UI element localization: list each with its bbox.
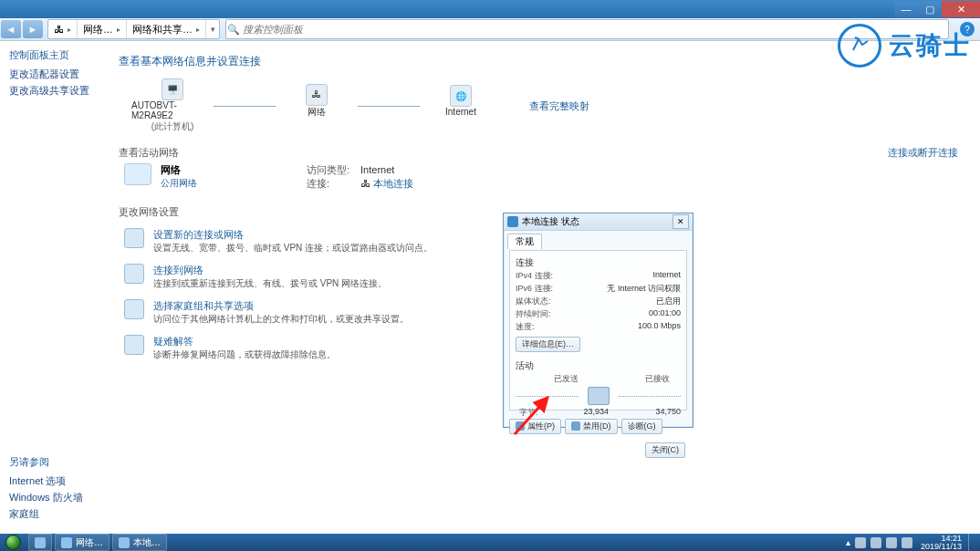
search-icon: 🔍 xyxy=(226,24,241,36)
task-desc: 连接到或重新连接到无线、有线、拨号或 VPN 网络连接。 xyxy=(153,277,387,290)
window-titlebar: — ▢ ✕ xyxy=(0,0,980,18)
troubleshoot-icon xyxy=(124,335,144,355)
tray-overflow-button[interactable]: ▴ xyxy=(846,537,850,547)
sidebar-link-adapter[interactable]: 更改适配器设置 xyxy=(9,68,109,81)
network-type-link[interactable]: 公用网络 xyxy=(161,178,197,188)
tray-icon[interactable] xyxy=(855,537,866,548)
connect-icon xyxy=(124,264,144,284)
breadcrumb-item-2[interactable]: 网络和共享…▸ xyxy=(127,20,206,38)
back-button[interactable]: ◄ xyxy=(1,20,21,38)
view-full-map-link[interactable]: 查看完整映射 xyxy=(529,99,589,113)
content-pane: 查看基本网络信息并设置连接 🖥️ AUTOBVT-M2RA9E2 (此计算机) … xyxy=(109,41,980,535)
connection-link[interactable]: 本地连接 xyxy=(373,178,413,189)
taskbar: 网络… 本地… ▴ 14:21 2019/11/13 xyxy=(0,534,980,551)
sidebar-header: 控制面板主页 xyxy=(9,48,109,62)
row-label: IPv6 连接: xyxy=(516,283,553,295)
dialog-title: 本地连接 状态 xyxy=(522,215,579,228)
breadcrumb-icon[interactable]: 🖧▸ xyxy=(48,20,78,38)
network-map: 🖥️ AUTOBVT-M2RA9E2 (此计算机) 🖧 网络 🌐 Interne… xyxy=(131,78,958,133)
bytes-sent-value: 23,934 xyxy=(584,407,610,419)
sidebar-link-internet-options[interactable]: Internet 选项 xyxy=(9,474,83,488)
system-tray: ▴ 14:21 2019/11/13 xyxy=(846,534,980,551)
adapter-icon: 🖧 xyxy=(360,178,370,189)
tab-general[interactable]: 常规 xyxy=(507,234,542,249)
taskbar-button-explorer[interactable] xyxy=(28,534,52,551)
network-icon xyxy=(124,163,151,185)
disable-button[interactable]: 禁用(D) xyxy=(565,419,618,434)
activity-bar xyxy=(516,396,579,397)
map-node-internet-label: Internet xyxy=(445,107,476,117)
dialog-close-button[interactable]: ✕ xyxy=(672,214,689,229)
properties-button[interactable]: 属性(P) xyxy=(509,419,561,434)
task-title: 疑难解答 xyxy=(153,335,336,348)
wizard-icon xyxy=(124,228,144,248)
minimize-button[interactable]: — xyxy=(894,1,918,17)
row-label: IPv4 连接: xyxy=(516,270,553,282)
row-value: 00:01:00 xyxy=(649,308,681,320)
map-node-computer[interactable]: 🖥️ AUTOBVT-M2RA9E2 (此计算机) xyxy=(131,78,214,133)
bytes-label: 字节: xyxy=(519,407,538,419)
adapter-icon xyxy=(119,537,130,548)
task-desc: 访问位于其他网络计算机上的文件和打印机，或更改共享设置。 xyxy=(153,313,409,326)
recv-header: 已接收 xyxy=(645,373,670,385)
map-node-computer-label: AUTOBVT-M2RA9E2 xyxy=(131,100,214,120)
sidebar-link-homegroup[interactable]: 家庭组 xyxy=(9,507,83,521)
maximize-button[interactable]: ▢ xyxy=(918,1,942,17)
connection-label: 连接: xyxy=(307,177,358,191)
row-label: 持续时间: xyxy=(516,308,551,320)
sidebar-link-firewall[interactable]: Windows 防火墙 xyxy=(9,491,83,504)
page-title: 查看基本网络信息并设置连接 xyxy=(119,54,958,69)
breadcrumb-item-1[interactable]: 网络…▸ xyxy=(78,20,127,38)
taskbar-button-label: 本地… xyxy=(133,536,161,549)
sidebar: 控制面板主页 更改适配器设置 更改高级共享设置 另请参阅 Internet 选项… xyxy=(0,41,109,535)
task-title: 连接到网络 xyxy=(153,264,387,277)
map-node-network-label: 网络 xyxy=(308,106,326,119)
details-button[interactable]: 详细信息(E)… xyxy=(516,337,580,352)
map-edge xyxy=(358,106,420,107)
taskbar-button-network[interactable]: 网络… xyxy=(55,534,109,551)
shield-icon xyxy=(571,421,580,431)
map-node-internet[interactable]: 🌐 Internet xyxy=(420,85,502,127)
search-input[interactable] xyxy=(241,23,948,36)
row-value: 无 Internet 访问权限 xyxy=(607,283,681,295)
row-value: Internet xyxy=(652,270,681,282)
row-label: 速度: xyxy=(516,321,535,333)
sent-header: 已发送 xyxy=(554,373,579,385)
start-button[interactable] xyxy=(0,534,26,551)
connect-disconnect-link[interactable]: 连接或断开连接 xyxy=(888,146,958,160)
close-dialog-button[interactable]: 关闭(C) xyxy=(645,442,686,458)
windows-orb-icon xyxy=(5,535,21,550)
chevron-right-icon: ▸ xyxy=(68,26,71,34)
task-desc: 设置无线、宽带、拨号、临时或 VPN 连接；或设置路由器或访问点。 xyxy=(153,242,433,255)
close-window-button[interactable]: ✕ xyxy=(942,1,980,17)
map-node-computer-sub: (此计算机) xyxy=(151,120,194,133)
map-node-network[interactable]: 🖧 网络 xyxy=(276,84,358,129)
sidebar-link-sharing[interactable]: 更改高级共享设置 xyxy=(9,84,109,98)
status-dialog: 本地连接 状态 ✕ 常规 连接 IPv4 连接:Internet IPv6 连接… xyxy=(503,213,693,428)
tray-network-icon[interactable] xyxy=(886,537,897,548)
row-value: 已启用 xyxy=(656,296,681,307)
diagnose-button[interactable]: 诊断(G) xyxy=(621,419,662,434)
breadcrumb-dropdown[interactable]: ▾ xyxy=(206,25,219,34)
group-connection: 连接 xyxy=(516,256,681,269)
help-button[interactable]: ? xyxy=(960,22,975,36)
active-network-name: 网络 xyxy=(161,163,197,177)
disable-button-label: 禁用(D) xyxy=(583,421,611,431)
tray-volume-icon[interactable] xyxy=(902,537,912,548)
show-desktop-button[interactable] xyxy=(968,534,976,551)
taskbar-clock[interactable]: 14:21 2019/11/13 xyxy=(921,535,962,551)
system-menu-icon[interactable] xyxy=(5,1,22,18)
breadcrumb-item-2-label: 网络和共享… xyxy=(132,23,193,36)
tray-flag-icon[interactable] xyxy=(871,537,881,548)
row-value: 100.0 Mbps xyxy=(638,321,681,333)
forward-button[interactable]: ► xyxy=(23,20,43,38)
active-networks-header: 查看活动网络 xyxy=(119,147,179,158)
adapter-icon xyxy=(507,216,518,227)
globe-icon: 🌐 xyxy=(450,85,472,107)
taskbar-button-status[interactable]: 本地… xyxy=(112,534,167,551)
breadcrumb[interactable]: 🖧▸ 网络…▸ 网络和共享…▸ ▾ xyxy=(47,19,220,39)
computer-icon: 🖥️ xyxy=(162,78,183,100)
search-box[interactable]: 🔍 xyxy=(225,19,949,39)
dialog-titlebar[interactable]: 本地连接 状态 ✕ xyxy=(504,213,693,231)
explorer-icon xyxy=(35,537,46,548)
